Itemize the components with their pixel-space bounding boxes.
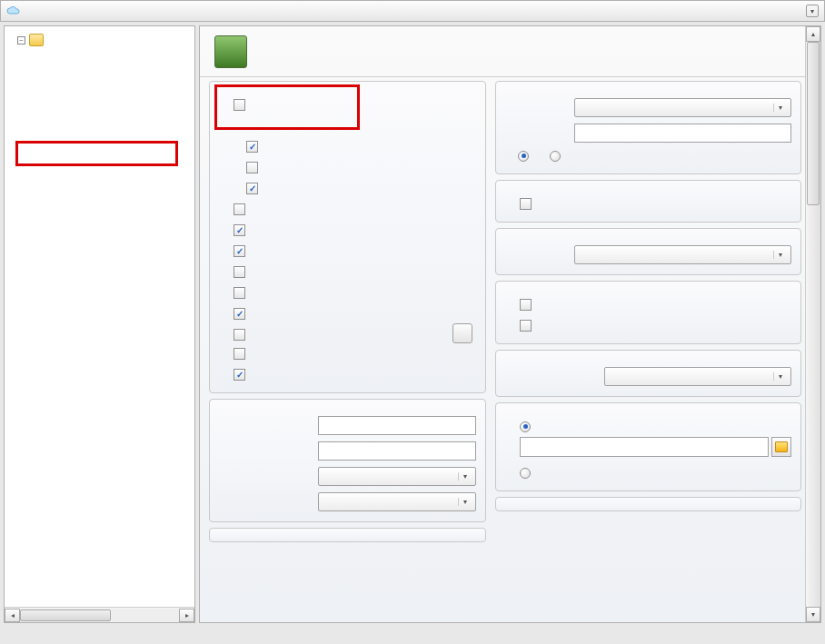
checkbox-popup-selection[interactable] [219, 364, 476, 385]
checkbox-smart-component-snap[interactable] [219, 157, 476, 178]
group-other: ▾ ▾ [209, 399, 486, 522]
scroll-left-icon[interactable]: ◂ [5, 609, 20, 622]
browse-button[interactable] [771, 437, 791, 457]
content-panel: ▾ ▾ ▾ [199, 25, 821, 623]
group-metric-precision [209, 528, 486, 542]
scroll-up-icon[interactable]: ▴ [806, 26, 820, 42]
radio-mils-sec[interactable] [550, 151, 565, 162]
chevron-down-icon: ▾ [458, 498, 472, 506]
folder-open-icon [775, 441, 788, 452]
titlebar-dropdown[interactable]: ▾ [806, 5, 819, 17]
checkbox-online-drc[interactable] [219, 94, 476, 115]
preferred-format-select[interactable]: ▾ [604, 367, 791, 386]
checkbox-protect-locked[interactable] [219, 262, 476, 282]
radio-shared-file[interactable] [505, 416, 791, 437]
group-move-rooms [495, 497, 801, 511]
repour-select[interactable]: ▾ [574, 245, 791, 264]
undo-input[interactable] [318, 416, 476, 435]
scroll-right-icon[interactable]: ▸ [179, 609, 194, 622]
checkbox-snap-room[interactable] [219, 178, 476, 199]
nav-tree[interactable]: − [5, 26, 194, 607]
tree-node-pcb-editor[interactable]: − [5, 30, 194, 50]
scroll-thumb[interactable] [807, 42, 820, 205]
checkbox-disable-older-report[interactable] [505, 294, 791, 315]
folder-icon [29, 34, 44, 46]
checkbox-dblclick-inspector[interactable] [219, 199, 476, 220]
nav-tree-panel: − ◂ ▸ [4, 25, 195, 623]
chevron-down-icon: ▾ [773, 372, 787, 381]
group-collaboration [495, 402, 801, 491]
radio-pixels-sec[interactable] [518, 151, 533, 162]
scroll-thumb[interactable] [20, 609, 111, 621]
checkbox-disable-roll[interactable] [505, 193, 791, 214]
group-autopan: ▾ [495, 81, 801, 174]
content-vscrollbar[interactable]: ▴ ▾ [805, 26, 820, 622]
object-snap-heading [219, 115, 476, 136]
group-editing-options [209, 81, 486, 393]
checkbox-confirm-memory-clear[interactable] [219, 282, 476, 303]
cursor-select[interactable]: ▾ [318, 467, 476, 486]
shared-file-path-input[interactable] [520, 437, 769, 457]
style-select[interactable]: ▾ [574, 98, 791, 117]
cloud-icon [6, 6, 21, 16]
radio-dxp-app-server[interactable] [505, 462, 791, 483]
pcb-page-icon [214, 35, 247, 68]
group-polygon-rebuild: ▾ [495, 228, 801, 275]
chevron-down-icon: ▾ [458, 472, 472, 481]
group-paste: ▾ [495, 350, 801, 397]
chevron-down-icon: ▾ [773, 104, 787, 112]
primitives-button[interactable] [452, 323, 472, 343]
checkbox-confirm-global-edit[interactable] [219, 241, 476, 262]
comp-drag-select[interactable]: ▾ [318, 492, 476, 511]
twisty-icon[interactable]: − [17, 36, 25, 45]
checkbox-remove-duplicates[interactable] [219, 220, 476, 241]
page-header [200, 26, 805, 77]
checkbox-disable-newer-report[interactable] [505, 315, 791, 336]
checkbox-snap-center[interactable] [219, 136, 476, 157]
title-bar: ▾ [0, 0, 825, 22]
speed-input[interactable] [574, 124, 791, 143]
checkbox-click-clears[interactable] [219, 303, 476, 324]
rotation-input[interactable] [318, 441, 476, 461]
tree-hscrollbar[interactable]: ◂ ▸ [5, 607, 194, 622]
group-file-format-report [495, 281, 801, 344]
group-space-navigator [495, 180, 801, 223]
scroll-down-icon[interactable]: ▾ [806, 607, 820, 622]
checkbox-smart-track-ends[interactable] [219, 343, 476, 364]
chevron-down-icon: ▾ [773, 251, 787, 259]
